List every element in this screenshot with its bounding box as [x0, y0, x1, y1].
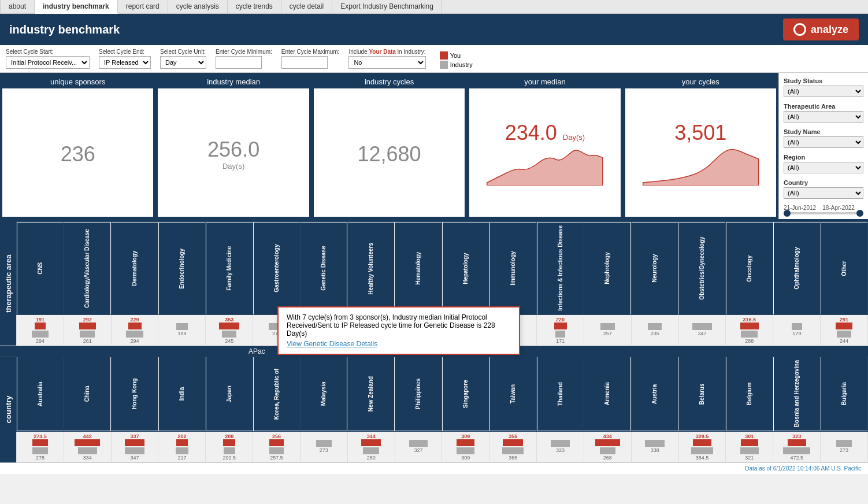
therapeutic-area-section-label: therapeutic area [0, 221, 16, 346]
th-therapeutic[interactable]: Endocrinology [158, 222, 206, 315]
th-country[interactable]: Australia [17, 357, 64, 431]
th-therapeutic[interactable]: Obstetrics/Gynecology [678, 222, 726, 315]
th-country[interactable]: Armenia [584, 357, 631, 431]
date-slider[interactable] [784, 212, 863, 214]
footer-text: Data as of 6/1/2022 10:14:06 AM U.S. Pac… [745, 465, 861, 472]
your-median-chart [476, 145, 613, 186]
therapeutic-area-label: Therapeutic Area [784, 103, 863, 110]
th-country[interactable]: India [158, 357, 206, 431]
th-country[interactable]: Malaysia [300, 357, 347, 431]
cycle-unit-select[interactable]: Day [160, 56, 206, 69]
legend-you-label: You [450, 52, 461, 59]
th-therapeutic[interactable]: Healthy Volunteers [347, 222, 395, 315]
tab-industry-benchmark[interactable]: industry benchmark [35, 0, 118, 14]
card-industry-cycles-body: 12,680 [321, 126, 458, 166]
table-cell: 273 [300, 431, 347, 462]
cycle-max-input[interactable]: 500 [281, 56, 328, 69]
th-country[interactable]: Bosnia and Herzegovina [773, 357, 821, 431]
slider-thumb-right[interactable] [856, 210, 863, 217]
th-country[interactable]: Bulgaria [821, 357, 868, 431]
th-country[interactable]: Taiwan [489, 357, 537, 431]
th-country[interactable]: Singapore [442, 357, 489, 431]
study-status-label: Study Status [784, 77, 863, 84]
include-data-group: Include Your Data in Industry: No [348, 49, 425, 69]
card-industry-median-body: 256.0 Day(s) [165, 121, 302, 171]
th-country[interactable]: Hong Kong [111, 357, 158, 431]
include-select[interactable]: No [348, 56, 425, 69]
country-table: AustraliaChinaHong KongIndiaJapanKorea, … [16, 357, 868, 462]
summary-and-sidebar: unique sponsors 236 industry median 256.… [0, 73, 868, 219]
th-therapeutic[interactable]: Nephrology [584, 222, 631, 315]
th-therapeutic[interactable]: Oncology [726, 222, 773, 315]
th-therapeutic[interactable]: Hematology [395, 222, 442, 315]
study-name-label: Study Name [784, 128, 863, 135]
th-country[interactable]: China [64, 357, 111, 431]
legend-you-color [440, 51, 448, 60]
cycle-min-group: Enter Cycle Minimum: 15 [216, 49, 272, 69]
analyze-logo: analyze [783, 18, 859, 40]
tab-cycle-detail[interactable]: cycle detail [281, 0, 332, 13]
table-cell: 229294 [111, 314, 158, 345]
th-therapeutic[interactable]: Cardiology/Vascular Disease [64, 222, 111, 315]
th-therapeutic[interactable]: Neurology [631, 222, 678, 315]
cycle-unit-group: Select Cycle Unit: Day [160, 49, 206, 69]
th-country[interactable]: Korea, Republic of [253, 357, 301, 431]
th-country[interactable]: New Zealand [347, 357, 395, 431]
therapeutic-area-select[interactable]: (All) [784, 111, 863, 123]
cycle-start-select[interactable]: Initial Protocol Receiv... [6, 56, 90, 69]
table-cell: 353245 [206, 314, 253, 345]
filter-study-status: Study Status (All) [784, 77, 863, 97]
th-therapeutic[interactable]: CNS [17, 222, 64, 315]
table-cell: 356366 [489, 431, 537, 462]
cycle-unit-label: Select Cycle Unit: [160, 49, 206, 55]
tab-about[interactable]: about [0, 0, 35, 13]
table-cell: 329.5384.5 [678, 431, 726, 462]
tooltip-link[interactable]: View Genetic Disease Details [287, 340, 511, 348]
table-cell: 274.5278 [17, 431, 64, 462]
th-country[interactable]: Philippines [395, 357, 442, 431]
th-therapeutic[interactable]: Gastroenterology [253, 222, 301, 315]
cycle-max-label: Enter Cycle Maximum: [281, 49, 340, 55]
study-status-select[interactable]: (All) [784, 86, 863, 97]
th-country[interactable]: Austria [631, 357, 678, 431]
th-therapeutic[interactable]: Infections & Infectious Disease [537, 222, 584, 315]
th-therapeutic[interactable]: Ophthalmology [773, 222, 821, 315]
region-select[interactable]: (All) [784, 162, 863, 173]
th-country[interactable]: Japan [206, 357, 253, 431]
cycle-end-select[interactable]: IP Released [99, 56, 151, 69]
card-industry-cycles: industry cycles 12,680 [314, 75, 465, 217]
tab-cycle-analysis[interactable]: cycle analysis [168, 0, 228, 13]
legend-industry-color [440, 61, 448, 69]
controls-bar: Select Cycle Start: Initial Protocol Rec… [0, 45, 868, 73]
table-cell: 273 [821, 431, 868, 462]
analyze-label: analyze [811, 24, 848, 36]
study-name-select[interactable]: (All) [784, 136, 863, 148]
analyze-icon [793, 23, 806, 36]
table-cell: 442334 [64, 431, 111, 462]
filter-country: Country (All) [784, 179, 863, 199]
th-country[interactable]: Belarus [678, 357, 726, 431]
th-therapeutic[interactable]: Immunology [489, 222, 537, 315]
table-cell: 291244 [821, 314, 868, 345]
th-therapeutic[interactable]: Family Medicine [206, 222, 253, 315]
card-unique-sponsors-title: unique sponsors [2, 75, 153, 88]
tab-cycle-trends[interactable]: cycle trends [228, 0, 281, 13]
country-section: country AustraliaChinaHong KongIndiaJapa… [0, 357, 868, 463]
th-therapeutic[interactable]: Other [821, 222, 868, 315]
summary-row: unique sponsors 236 industry median 256.… [0, 73, 778, 219]
card-your-median-title: your median [469, 75, 620, 88]
th-country[interactable]: Belgium [726, 357, 773, 431]
country-label: Country [784, 179, 863, 186]
cycle-min-input[interactable]: 15 [216, 56, 262, 69]
tab-report-card[interactable]: report card [118, 0, 168, 13]
th-therapeutic[interactable]: Genetic Disease [300, 222, 347, 315]
card-your-median: your median 234.0 Day(s) [469, 75, 620, 217]
tab-export[interactable]: Export Industry Benchmarking [332, 0, 442, 13]
country-select[interactable]: (All) [784, 187, 863, 199]
table-cell: 327 [395, 431, 442, 462]
th-therapeutic[interactable]: Hepatology [442, 222, 489, 315]
th-therapeutic[interactable]: Dermatology [111, 222, 158, 315]
industry-median-unit: Day(s) [165, 162, 302, 171]
th-country[interactable]: Thailand [537, 357, 584, 431]
slider-thumb-left[interactable] [784, 210, 791, 217]
